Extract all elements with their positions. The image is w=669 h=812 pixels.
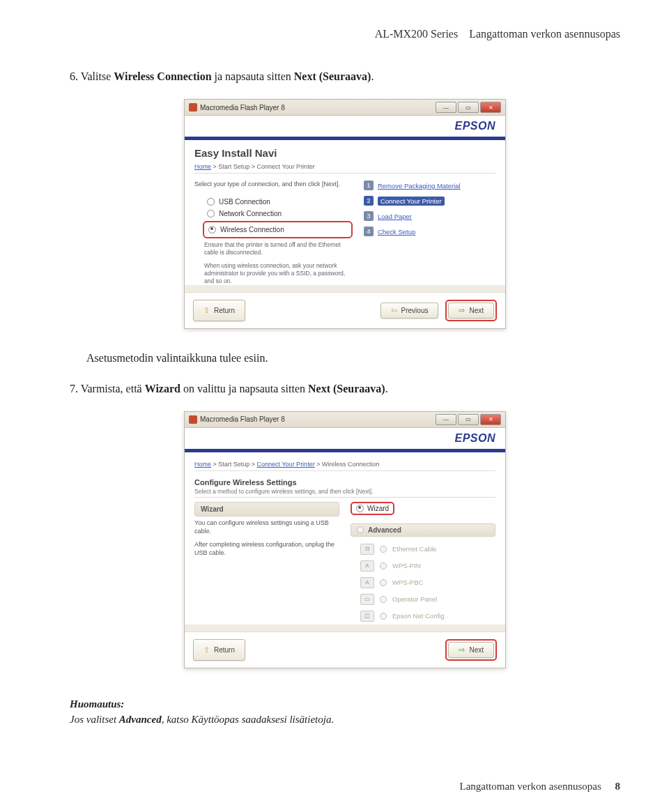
page-footer: Langattoman verkon asennusopas 8 [459,781,620,792]
window-title: Macromedia Flash Player 8 [200,104,285,112]
between-text: Asetusmetodin valintaikkuna tulee esiin. [86,350,620,367]
panel-icon: ▭ [360,594,374,605]
next-button-highlighted: ⇨Next [445,300,497,321]
right-arrow-icon: ⇨ [459,645,465,654]
return-arrow-icon: ⇧ [203,645,210,654]
breadcrumb: Home > Start Setup > Connect Your Printe… [194,461,495,471]
netconfig-icon: ◫ [360,611,374,622]
radio-icon [356,505,364,512]
note-block: Huomautus: Jos valitset Advanced, katso … [70,696,620,728]
page-number: 8 [615,781,621,792]
breadcrumb-start: Start Setup [218,163,249,170]
ethernet-icon: ⊟ [360,544,374,555]
wizard-bar: Wizard [194,502,339,516]
breadcrumb-connect: Connect Your Printer [257,163,315,170]
setup-steps-list: 1Remove Packaging Material 2Connect Your… [364,181,495,285]
step-7-text: 7. Varmista, että Wizard on valittu ja n… [70,381,620,397]
screenshot-configure-wireless: Macromedia Flash Player 8 — ▭ ✕ EPSON Ho… [184,411,506,668]
next-button[interactable]: ⇨Next [448,302,494,319]
screenshot-easy-install-navi: Macromedia Flash Player 8 — ▭ ✕ EPSON Ea… [184,99,506,329]
advanced-bar: Advanced [351,523,495,537]
left-arrow-icon: ⇦ [391,306,397,315]
wizard-desc-2: After completing wireless configuration,… [194,541,339,557]
doc-title: Langattoman verkon asennusopas [469,28,620,40]
advanced-option-epson-net-config: ◫Epson Net Config [351,608,495,625]
right-arrow-icon: ⇨ [459,306,465,315]
footer-text: Langattoman verkon asennusopas [459,781,601,792]
setup-step-1[interactable]: 1Remove Packaging Material [364,181,495,190]
return-arrow-icon: ⇧ [203,306,210,315]
brand-label: EPSON [185,428,505,452]
note-heading: Huomautus: [70,696,620,712]
wps-pbc-icon: A [360,577,374,588]
setup-step-2[interactable]: 2Connect Your Printer [364,196,495,206]
previous-button[interactable]: ⇦Previous [380,302,439,319]
section-title: Configure Wireless Settings [194,478,495,487]
wizard-desc-1: You can configure wireless settings usin… [194,519,339,535]
radio-wizard-highlighted[interactable]: Wizard [351,502,394,515]
document-header: AL-MX200 Series Langattoman verkon asenn… [70,28,620,40]
step-6-text: 6. Valitse Wireless Connection ja napsau… [70,68,620,85]
radio-icon [357,526,364,533]
radio-network-connection[interactable]: Network Connection [194,208,353,220]
advanced-option-ethernet: ⊟Ethernet Cable [351,541,495,558]
setup-step-4[interactable]: 4Check Setup [364,227,495,236]
note-body: Jos valitset Advanced, katso Käyttöopas … [70,712,620,728]
section-subtitle: Select a method to configure wireless se… [194,488,495,498]
setup-step-3[interactable]: 3Load Paper [364,211,495,221]
breadcrumb-connect[interactable]: Connect Your Printer [257,461,315,468]
brand-label: EPSON [185,116,505,140]
advanced-option-wps-pbc: AWPS-PBC [351,574,495,591]
minimize-button[interactable]: — [436,102,456,113]
window-titlebar: Macromedia Flash Player 8 — ▭ ✕ [185,100,505,116]
advanced-option-wps-pin: AWPS-PIN [351,558,495,574]
breadcrumb-home[interactable]: Home [194,461,211,468]
window-title: Macromedia Flash Player 8 [200,415,285,423]
next-button-highlighted: ⇨Next [445,639,497,661]
close-button[interactable]: ✕ [480,414,501,425]
return-button[interactable]: ⇧Return [193,639,245,661]
note-printer-off: Ensure that the printer is turned off an… [194,241,353,256]
next-button[interactable]: ⇨Next [448,642,494,658]
radio-usb-connection[interactable]: USB Connection [194,196,353,208]
page-title: Easy Install Navi [194,147,495,159]
breadcrumb-home[interactable]: Home [194,163,211,170]
maximize-button[interactable]: ▭ [458,102,479,113]
radio-wireless-connection-highlighted[interactable]: Wireless Connection [203,221,353,238]
breadcrumb: Home > Start Setup > Connect Your Printe… [194,163,495,174]
flash-icon [189,415,197,424]
return-button[interactable]: ⇧Return [193,300,245,321]
wps-pin-icon: A [360,560,374,572]
maximize-button[interactable]: ▭ [458,414,479,425]
close-button[interactable]: ✕ [480,102,501,113]
note-ssid: When using wireless connection, ask your… [194,262,353,285]
intro-text: Select your type of connection, and then… [194,181,353,189]
minimize-button[interactable]: — [436,414,456,425]
series-label: AL-MX200 Series [375,28,459,40]
window-titlebar: Macromedia Flash Player 8 — ▭ ✕ [185,412,505,428]
advanced-option-operator-panel: ▭Operator Panel [351,591,495,608]
flash-icon [189,103,197,112]
